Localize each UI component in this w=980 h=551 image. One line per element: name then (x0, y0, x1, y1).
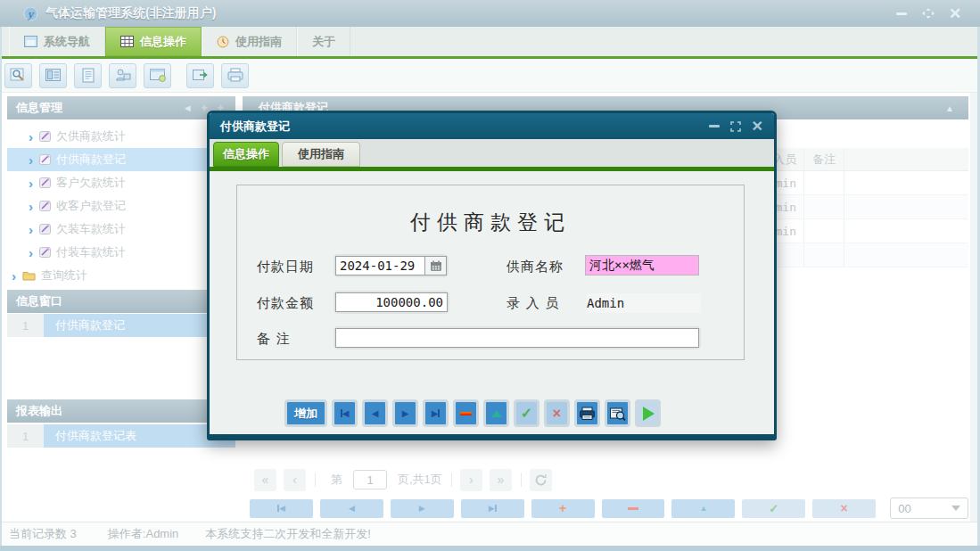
dialog-title: 付供商款登记 (220, 119, 290, 135)
document-icon (81, 68, 95, 83)
main-tab-bar: 系统导航 信息操作 使用指南 关于 (0, 27, 980, 56)
chevron-right-icon: › (29, 200, 33, 213)
sidebar: 信息管理 ◄ ✦ ✦ › 欠供商款统计 › 付供商款登记 (2, 93, 237, 522)
document-button[interactable] (74, 63, 102, 88)
calendar-icon[interactable] (424, 256, 447, 276)
panel-title: 信息窗口 (16, 293, 62, 309)
print-preview-icon (609, 407, 626, 421)
dialog-minimize-icon[interactable] (709, 125, 720, 127)
add-button[interactable]: 增加 (284, 399, 327, 427)
window-button[interactable] (144, 63, 171, 88)
pay-date-input[interactable] (335, 256, 424, 276)
print-button[interactable] (574, 399, 600, 427)
last-record-button[interactable]: ▶ (461, 499, 524, 518)
search-icon (10, 68, 27, 83)
export-button[interactable] (186, 63, 214, 88)
wand-icon (39, 201, 51, 211)
app-window: y 气体运输管理系统(非注册用户) ✕ 系统导航 (0, 0, 980, 551)
cell-note (803, 171, 844, 195)
toolbar (0, 59, 980, 93)
tab-user-guide[interactable]: 使用指南 (202, 27, 297, 56)
dialog-tab-user-guide[interactable]: 使用指南 (282, 142, 360, 167)
page-size-value: 00 (898, 502, 910, 515)
dialog-close-icon[interactable]: ✕ (752, 119, 763, 134)
wand-icon (39, 224, 51, 234)
first-record-button[interactable]: ◀ (332, 399, 358, 427)
delete-record-button[interactable] (602, 499, 665, 518)
prev-record-button[interactable]: ◀ (362, 399, 388, 427)
chevron-right-icon: › (29, 223, 33, 236)
pay-date-label: 付款日期 (257, 259, 314, 276)
first-page-icon[interactable]: « (254, 469, 276, 491)
confirm-record-button[interactable]: ✓ (742, 499, 805, 518)
chevron-right-icon: › (12, 269, 16, 283)
edit-record-button[interactable] (483, 399, 509, 427)
run-button[interactable] (635, 399, 661, 427)
add-record-button[interactable]: + (531, 499, 595, 518)
dialog-maximize-icon[interactable] (730, 121, 741, 132)
cancel-button[interactable]: × (544, 399, 570, 427)
form-heading: 付供商款登记 (237, 209, 744, 236)
window-edge (0, 27, 2, 546)
dialog-tab-info-operation[interactable]: 信息操作 (213, 142, 279, 167)
folder-icon (22, 270, 36, 281)
dialog-controls: ✕ (709, 119, 763, 134)
export-icon (192, 68, 209, 83)
preview-button[interactable] (4, 63, 32, 88)
tab-system-nav[interactable]: 系统导航 (9, 27, 105, 56)
divider (451, 473, 452, 487)
tree-item-customer-debt-stats[interactable]: › 客户欠款统计 (7, 171, 235, 194)
chevron-right-icon: › (29, 177, 33, 190)
dialog-tab-bar: 信息操作 使用指南 (210, 139, 774, 167)
amount-input[interactable] (335, 292, 448, 312)
report-output-item[interactable]: 1 付供商款登记表 (7, 424, 235, 448)
user-button[interactable] (109, 63, 136, 88)
next-record-button[interactable]: ▶ (392, 399, 418, 427)
print-button[interactable] (221, 63, 249, 88)
next-page-icon[interactable]: › (460, 469, 482, 491)
tab-label: 关于 (312, 34, 335, 50)
tab-info-operation[interactable]: 信息操作 (105, 27, 202, 56)
delete-record-button[interactable] (453, 399, 479, 427)
window-icon (24, 36, 37, 47)
tree-item-receive-customer-register[interactable]: › 收客户款登记 (7, 194, 235, 218)
close-icon[interactable]: ✕ (948, 6, 962, 21)
form-button[interactable] (39, 63, 67, 88)
edit-record-button[interactable]: ▲ (671, 499, 735, 518)
tree-item-owed-supplier-stats[interactable]: › 欠供商款统计 (7, 125, 235, 148)
dialog-titlebar[interactable]: 付供商款登记 ✕ (210, 113, 774, 139)
amount-label: 付款金额 (257, 295, 314, 312)
restore-icon[interactable] (921, 6, 935, 21)
refresh-icon[interactable] (530, 469, 552, 491)
tree-item-pay-loading-register[interactable]: › 付装车款统计 (7, 241, 235, 264)
prev-record-button[interactable]: ◀ (320, 499, 383, 518)
confirm-button[interactable]: ✓ (514, 399, 539, 427)
page-total-label: 页,共1页 (398, 472, 442, 488)
last-page-icon[interactable]: » (490, 469, 512, 491)
tab-about[interactable]: 关于 (297, 27, 350, 56)
note-input[interactable] (335, 328, 699, 348)
pay-supplier-dialog: 付供商款登记 ✕ 信息操作 使用指南 付供商款登记 付款日期 (207, 111, 777, 440)
chevron-right-icon: › (29, 246, 33, 259)
supplier-input[interactable] (585, 255, 699, 276)
collapse-left-icon[interactable]: ◄ (183, 103, 193, 113)
tree-item-label: 付供商款登记 (56, 152, 126, 168)
tree-item-query-stats[interactable]: › 查询统计 (7, 264, 235, 287)
cancel-record-button[interactable]: × (812, 499, 876, 518)
last-record-button[interactable]: ▶ (423, 399, 449, 427)
tree-item-pay-supplier-register[interactable]: › 付供商款登记 (7, 148, 235, 171)
tree-item-owed-loading-stats[interactable]: › 欠装车款统计 (7, 218, 235, 241)
minimize-icon[interactable] (894, 6, 909, 21)
collapse-up-icon[interactable]: ▲ (945, 103, 968, 113)
wand-icon (39, 131, 51, 142)
column-header-note[interactable]: 备注 (803, 148, 844, 171)
page-size-select[interactable]: 00 (890, 498, 968, 519)
next-record-button[interactable]: ▶ (391, 499, 454, 518)
panel-header-report-output: 报表输出 (7, 399, 235, 423)
supplier-label: 供商名称 (506, 259, 564, 276)
info-window-item[interactable]: 1 付供商款登记 (7, 314, 235, 337)
print-preview-button[interactable] (605, 399, 630, 427)
first-record-button[interactable]: ◀ (250, 499, 313, 518)
prev-page-icon[interactable]: ‹ (284, 469, 306, 491)
page-number-input[interactable] (353, 470, 387, 489)
